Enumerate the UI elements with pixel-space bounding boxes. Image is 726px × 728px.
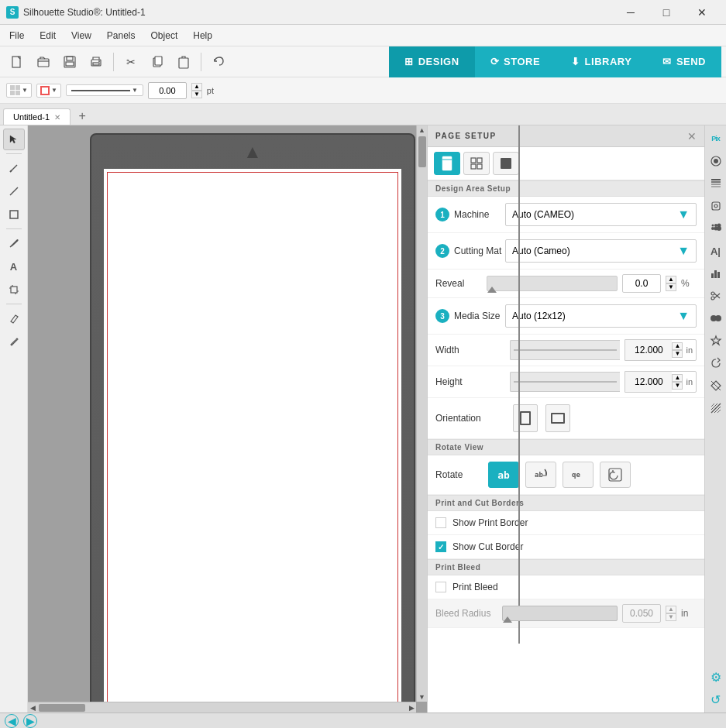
show-print-border-checkbox[interactable] <box>435 517 446 528</box>
new-tab-button[interactable]: + <box>74 108 91 125</box>
horizontal-scrollbar[interactable]: ◀ ▶ <box>28 702 416 713</box>
scroll-thumb-h[interactable] <box>39 704 85 712</box>
replicate-tool[interactable] <box>706 353 726 373</box>
cutting-mat-dropdown[interactable]: Auto (Cameo) ▼ <box>505 239 697 263</box>
title-bar: S Silhouette Studio®: Untitled-1 ─ □ ✕ <box>0 0 726 25</box>
refresh-icon[interactable]: ↺ <box>706 689 726 709</box>
print-button[interactable] <box>84 50 108 74</box>
bleed-radius-input[interactable] <box>622 604 661 623</box>
vertical-scrollbar[interactable]: ▲ ▼ <box>416 125 427 702</box>
svg-point-36 <box>711 227 714 230</box>
paint-tool[interactable] <box>706 151 726 171</box>
height-input[interactable] <box>625 372 672 392</box>
print-bleed-checkbox[interactable] <box>435 582 446 592</box>
line-style-selector[interactable]: ▼ <box>66 84 143 96</box>
star-tool[interactable] <box>706 331 726 351</box>
line-width-up[interactable]: ▲ <box>191 83 202 91</box>
width-down[interactable]: ▼ <box>672 350 683 358</box>
width-input[interactable] <box>625 340 672 360</box>
scroll-up-button[interactable]: ▲ <box>418 125 427 135</box>
landscape-button[interactable] <box>545 404 570 432</box>
height-down[interactable]: ▼ <box>672 382 683 390</box>
toolbar-separator-1 <box>113 53 114 71</box>
left-tool-sep-3 <box>6 304 22 304</box>
rotate-view-section-header: Rotate View <box>428 439 704 455</box>
undo-button[interactable] <box>206 50 231 74</box>
text-tool[interactable]: A <box>3 256 25 277</box>
reveal-up[interactable]: ▲ <box>666 276 676 283</box>
bleed-radius-down[interactable]: ▼ <box>666 613 676 621</box>
width-up[interactable]: ▲ <box>672 342 683 350</box>
menu-file[interactable]: File <box>3 27 30 44</box>
menu-help[interactable]: Help <box>187 27 218 44</box>
pix-tool[interactable]: Pix <box>706 129 726 149</box>
height-up[interactable]: ▲ <box>672 374 683 382</box>
halftone-tool[interactable] <box>706 218 726 239</box>
nav-prev-button[interactable]: ◀ <box>5 714 19 728</box>
settings-gear-icon[interactable]: ⚙ <box>706 667 726 687</box>
left-tool-sep-2 <box>6 228 22 229</box>
reveal-value-input[interactable] <box>622 274 661 293</box>
canvas-area[interactable]: ▲ ▲ ▼ ◀ ▶ <box>28 125 427 713</box>
cut-button[interactable]: ✂ <box>119 50 143 74</box>
pattern-swatch[interactable]: ▼ <box>6 83 32 98</box>
line-toolbar: ▼ ▼ ▼ ▲ ▼ pt <box>0 77 726 104</box>
scroll-left-button[interactable]: ◀ <box>28 703 37 713</box>
line-width-down[interactable]: ▼ <box>191 91 202 98</box>
rotate-180-button[interactable]: qe <box>563 462 594 488</box>
lines-tool[interactable] <box>706 173 726 194</box>
rotate-270-button[interactable] <box>600 462 631 488</box>
chart-tool[interactable] <box>706 263 726 283</box>
hatch-tool[interactable] <box>706 398 726 418</box>
nav-tab-design[interactable]: ⊞ DESIGN <box>389 46 474 77</box>
menu-panels[interactable]: Panels <box>101 27 142 44</box>
machine-dropdown[interactable]: Auto (CAMEO) ▼ <box>505 203 697 226</box>
new-button[interactable] <box>5 50 29 74</box>
svg-point-26 <box>714 159 718 163</box>
nav-tab-send[interactable]: ✉ SEND <box>647 46 721 77</box>
bleed-radius-slider[interactable] <box>502 606 618 621</box>
open-button[interactable] <box>31 50 56 74</box>
menu-edit[interactable]: Edit <box>33 27 62 44</box>
nav-next-button[interactable]: ▶ <box>23 714 37 728</box>
fill-color-tool[interactable] <box>706 376 726 396</box>
nav-tab-store[interactable]: ⟳ STORE <box>475 46 556 77</box>
knife-tool[interactable] <box>3 157 25 179</box>
close-button[interactable]: ✕ <box>684 0 720 25</box>
line-width-input[interactable] <box>148 82 187 99</box>
scroll-right-button[interactable]: ▶ <box>407 703 416 713</box>
panel-tab-page[interactable] <box>434 152 460 175</box>
panel-tab-grid[interactable] <box>463 152 490 175</box>
pen-tool[interactable] <box>3 232 25 254</box>
scroll-thumb-v[interactable] <box>418 136 426 167</box>
minimize-button[interactable]: ─ <box>613 0 649 25</box>
shape-tool[interactable] <box>3 204 25 225</box>
text-style-tool[interactable]: A| <box>706 241 726 261</box>
menu-object[interactable]: Object <box>145 27 184 44</box>
paste-button[interactable] <box>171 50 196 74</box>
save-button[interactable] <box>57 50 82 74</box>
scroll-down-button[interactable]: ▼ <box>418 692 427 702</box>
line-tool[interactable] <box>3 180 25 202</box>
bleed-radius-up[interactable]: ▲ <box>666 606 676 613</box>
eraser-tool[interactable] <box>3 307 25 329</box>
document-tab-close[interactable]: ✕ <box>54 113 60 122</box>
nav-tab-library[interactable]: ⬇ LIBRARY <box>556 46 647 77</box>
menu-view[interactable]: View <box>65 27 98 44</box>
pencil-tool[interactable] <box>3 331 25 352</box>
weld-tool[interactable] <box>706 308 726 328</box>
reveal-down[interactable]: ▼ <box>666 283 676 291</box>
maximize-button[interactable]: □ <box>649 0 684 25</box>
select-tool[interactable] <box>3 129 25 150</box>
document-tab[interactable]: Untitled-1 ✕ <box>3 108 71 125</box>
scissors-tool[interactable] <box>706 286 726 306</box>
reveal-slider[interactable] <box>487 276 618 291</box>
color-swatch[interactable]: ▼ <box>36 84 61 98</box>
copy-button[interactable] <box>145 50 170 74</box>
rotate-90-button[interactable]: ab <box>525 462 556 488</box>
crop-tool[interactable] <box>3 279 25 300</box>
media-size-dropdown[interactable]: Auto (12x12) ▼ <box>505 304 697 328</box>
panel-close-button[interactable]: ✕ <box>687 130 697 143</box>
show-cut-border-checkbox[interactable]: ✓ <box>435 541 446 552</box>
transform-tool[interactable] <box>706 196 726 216</box>
